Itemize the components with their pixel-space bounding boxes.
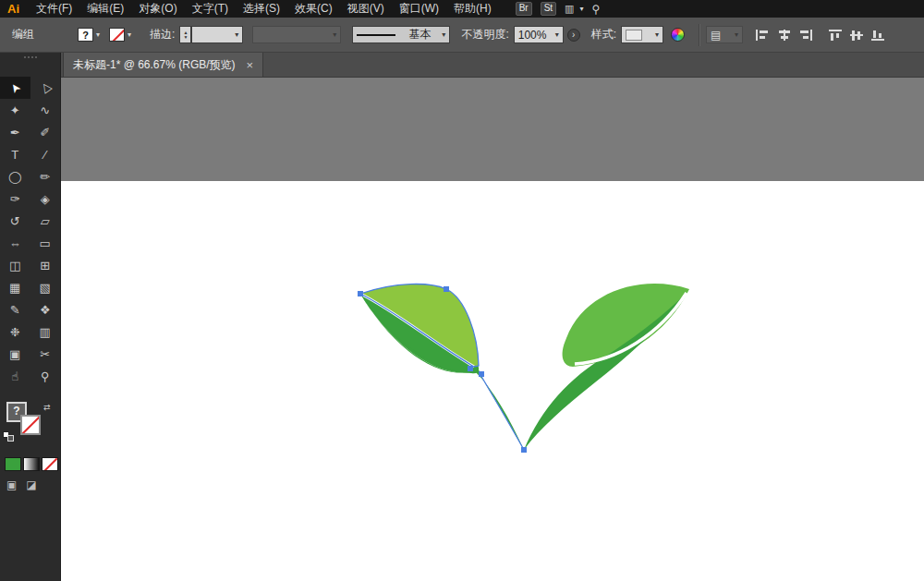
- menu-item-2[interactable]: 对象(O): [131, 0, 184, 18]
- column-graph-tool-icon: ▥: [40, 325, 51, 339]
- horizontal-align-left-icon[interactable]: [755, 29, 771, 42]
- style-label: 样式:: [591, 27, 616, 42]
- brush-definition-dropdown[interactable]: 基本 ▾: [352, 26, 450, 43]
- screen-mode-icon[interactable]: ◪: [26, 478, 36, 491]
- search-icon[interactable]: ⚲: [592, 3, 601, 16]
- anchor-point-2[interactable]: [468, 366, 473, 371]
- chevron-down-icon: ▾: [655, 30, 659, 39]
- type-tool[interactable]: T: [0, 143, 30, 165]
- mesh-tool[interactable]: ▦: [0, 276, 30, 298]
- canvas-area[interactable]: [61, 78, 924, 581]
- color-button[interactable]: [5, 457, 21, 471]
- vertical-align-center-icon[interactable]: [849, 29, 865, 42]
- blob-brush-tool-icon: ✑: [10, 192, 20, 206]
- workspace-switcher[interactable]: ▥ ▾: [565, 3, 583, 15]
- align-to-dropdown[interactable]: ▤ ▾: [706, 26, 743, 43]
- tools-panel: ➤▷✦∿✒✐T∕◯✏✑◈↺▱⇔▭◫⊞▦▧✎❖❉▥▣✂☝⚲ ? ⇄ ▣ ◪: [0, 53, 61, 581]
- pen-tool[interactable]: ✒: [0, 121, 30, 143]
- shape-builder-tool[interactable]: ◫: [0, 254, 30, 276]
- stroke-color-swatch[interactable]: [109, 28, 125, 42]
- toolbar-grip[interactable]: [0, 53, 60, 62]
- fill-color-swatch[interactable]: ?: [78, 28, 93, 42]
- artboard-tool[interactable]: ▣: [0, 343, 30, 365]
- zoom-tool[interactable]: ⚲: [30, 365, 61, 387]
- slice-tool-icon: ✂: [40, 347, 50, 361]
- opacity-dropdown[interactable]: 100% ▾: [514, 26, 564, 43]
- align-to-icon: ▤: [711, 29, 721, 42]
- scale-tool[interactable]: ▱: [30, 210, 61, 232]
- blend-tool[interactable]: ❖: [30, 298, 61, 321]
- slice-tool[interactable]: ✂: [30, 343, 61, 365]
- menu-item-8[interactable]: 帮助(H): [446, 0, 499, 18]
- hand-tool-icon: ☝: [11, 369, 18, 383]
- anchor-point-3[interactable]: [479, 371, 484, 377]
- variable-width-profile-dropdown[interactable]: ▾: [252, 26, 341, 43]
- perspective-grid-tool[interactable]: ⊞: [30, 254, 61, 276]
- lasso-tool[interactable]: ∿: [30, 99, 61, 121]
- stroke-indicator[interactable]: [20, 415, 41, 435]
- stroke-weight-label: 描边:: [150, 27, 175, 42]
- paintbrush-tool-icon: ✐: [40, 126, 50, 139]
- draw-normal-icon[interactable]: ▣: [6, 478, 17, 491]
- stroke-weight-dropdown[interactable]: ▾: [191, 26, 243, 43]
- control-bar: 编组 ? ▾ ▾ 描边: ▲ ▼ ▾ ▾ 基本 ▾ 不透明度: 100% ▾ ›: [0, 18, 924, 53]
- eyedropper-tool[interactable]: ✎: [0, 298, 30, 321]
- vertical-align-top-icon[interactable]: [828, 29, 844, 42]
- document-tab-title: 未标题-1* @ 66.67% (RGB/预览): [73, 57, 236, 73]
- app-logo[interactable]: Ai: [0, 2, 29, 16]
- stroke-weight-stepper[interactable]: ▲ ▼: [179, 26, 191, 43]
- menu-item-1[interactable]: 编辑(E): [79, 0, 131, 18]
- default-fill-stroke-icon[interactable]: [3, 431, 16, 442]
- scale-tool-icon: ▱: [41, 214, 50, 228]
- column-graph-tool[interactable]: ▥: [30, 321, 61, 343]
- tab-close-icon[interactable]: ×: [247, 58, 254, 72]
- menu-item-0[interactable]: 文件(F): [29, 0, 79, 18]
- horizontal-align-center-icon[interactable]: [776, 29, 792, 42]
- type-tool-icon: T: [11, 148, 18, 162]
- hand-tool[interactable]: ☝: [0, 365, 30, 387]
- stock-button[interactable]: St: [541, 2, 556, 16]
- gradient-tool[interactable]: ▧: [30, 276, 61, 298]
- graphic-style-dropdown[interactable]: ▾: [621, 26, 663, 43]
- horizontal-align-right-icon[interactable]: [797, 29, 813, 42]
- free-transform-tool[interactable]: ▭: [30, 232, 61, 254]
- opacity-panel-arrow[interactable]: ›: [567, 29, 580, 42]
- menu-item-3[interactable]: 文字(T): [185, 0, 236, 18]
- document-tab[interactable]: 未标题-1* @ 66.67% (RGB/预览) ×: [63, 53, 263, 77]
- vertical-align-bottom-icon[interactable]: [870, 29, 886, 42]
- rotate-tool[interactable]: ↺: [0, 210, 30, 232]
- anchor-point-0[interactable]: [358, 291, 363, 297]
- magic-wand-tool[interactable]: ✦: [0, 99, 30, 121]
- menu-item-5[interactable]: 效果(C): [287, 0, 340, 18]
- pencil-tool[interactable]: ✏: [30, 165, 61, 188]
- menu-item-4[interactable]: 选择(S): [236, 0, 287, 18]
- anchor-point-1[interactable]: [444, 286, 449, 292]
- chevron-down-icon[interactable]: ▾: [128, 30, 131, 39]
- chevron-down-icon[interactable]: ▾: [96, 30, 100, 39]
- anchor-point-4[interactable]: [521, 447, 527, 453]
- paintbrush-tool[interactable]: ✐: [30, 121, 61, 143]
- width-tool[interactable]: ⇔: [0, 232, 30, 254]
- bridge-button[interactable]: Br: [516, 2, 532, 16]
- ellipse-tool-icon: ◯: [8, 170, 22, 184]
- menu-item-6[interactable]: 视图(V): [340, 0, 392, 18]
- gradient-button[interactable]: [23, 457, 40, 471]
- ellipse-tool[interactable]: ◯: [0, 165, 30, 188]
- stepper-down-icon[interactable]: ▼: [180, 35, 190, 40]
- selection-tool[interactable]: ➤: [0, 77, 30, 99]
- lasso-tool-icon: ∿: [40, 103, 50, 117]
- style-swatch: [626, 30, 642, 41]
- recolor-artwork-icon[interactable]: [671, 28, 685, 42]
- swap-fill-stroke-icon[interactable]: ⇄: [43, 403, 51, 412]
- menu-item-7[interactable]: 窗口(W): [392, 0, 446, 18]
- eraser-tool[interactable]: ◈: [30, 188, 61, 210]
- fill-stroke-widget: ? ⇄: [0, 402, 60, 452]
- none-button[interactable]: [42, 457, 58, 471]
- symbol-sprayer-tool[interactable]: ❉: [0, 321, 30, 343]
- color-mode-buttons: [0, 452, 60, 471]
- line-segment-tool[interactable]: ∕: [30, 143, 61, 165]
- width-tool-icon: ⇔: [9, 236, 21, 250]
- direct-selection-tool[interactable]: ▷: [30, 77, 61, 99]
- blob-brush-tool[interactable]: ✑: [0, 188, 30, 210]
- chevron-down-icon: ▾: [235, 30, 238, 39]
